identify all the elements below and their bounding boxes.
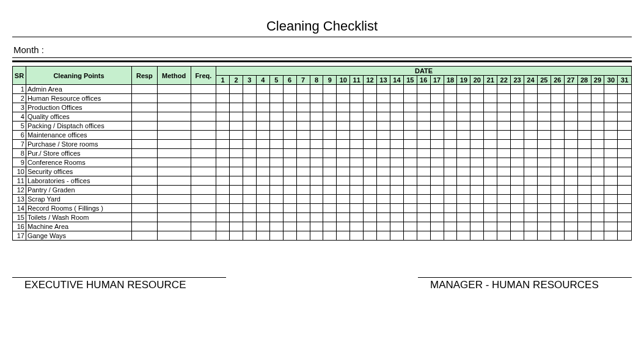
- cell-day: [323, 195, 337, 204]
- cell-day: [256, 213, 269, 222]
- cell-day: [296, 149, 310, 158]
- cell-day: [216, 158, 230, 167]
- cell-day: [256, 103, 269, 112]
- cell-day: [511, 140, 524, 149]
- cell-day: [604, 131, 618, 140]
- cell-day: [511, 85, 524, 94]
- header-day-18: 18: [444, 76, 457, 85]
- cell-day: [323, 167, 337, 176]
- header-day-19: 19: [457, 76, 470, 85]
- cell-freq: [191, 158, 216, 167]
- cell-day: [497, 176, 511, 186]
- cell-day: [256, 167, 269, 176]
- cell-method: [157, 85, 191, 94]
- header-day-12: 12: [364, 76, 377, 85]
- cell-day: [403, 94, 417, 103]
- cell-day: [390, 85, 403, 94]
- cell-day: [403, 103, 417, 112]
- cell-day: [323, 158, 337, 167]
- cell-day: [350, 195, 364, 204]
- cell-day: [216, 103, 230, 112]
- cell-day: [256, 204, 269, 213]
- table-row: 1Admin Area: [13, 85, 632, 94]
- cell-day: [511, 167, 524, 176]
- divider: [12, 60, 632, 62]
- cell-day: [337, 85, 350, 94]
- cell-day: [269, 176, 283, 186]
- cell-day: [577, 158, 591, 167]
- cell-day: [457, 195, 470, 204]
- table-row: 8Pur./ Store offices: [13, 149, 632, 158]
- cell-day: [470, 204, 484, 213]
- cell-day: [377, 94, 390, 103]
- cell-day: [470, 94, 484, 103]
- cell-day: [256, 158, 269, 167]
- cell-day: [511, 195, 524, 204]
- cell-day: [390, 140, 403, 149]
- cell-day: [390, 222, 403, 231]
- cell-day: [390, 131, 403, 140]
- cell-day: [403, 121, 417, 131]
- cell-day: [364, 204, 377, 213]
- cell-day: [337, 131, 350, 140]
- header-day-1: 1: [216, 76, 230, 85]
- table-row: 14Record Rooms ( Fillings ): [13, 204, 632, 213]
- cell-day: [269, 222, 283, 231]
- cell-day: [551, 131, 564, 140]
- header-cleaning-points: Cleaning Points: [26, 67, 131, 85]
- cell-freq: [191, 121, 216, 131]
- table-row: 15Toilets / Wash Room: [13, 213, 632, 222]
- cell-day: [591, 222, 604, 231]
- cell-day: [269, 186, 283, 195]
- cell-day: [618, 213, 632, 222]
- header-day-3: 3: [243, 76, 256, 85]
- cell-day: [403, 204, 417, 213]
- table-row: 6Maintenance offices: [13, 131, 632, 140]
- cell-day: [604, 195, 618, 204]
- cell-day: [337, 149, 350, 158]
- cell-day: [430, 167, 444, 176]
- cell-day: [524, 140, 538, 149]
- cell-day: [604, 222, 618, 231]
- signature-left: EXECUTIVE HUMAN RESOURCE: [12, 277, 226, 291]
- cell-method: [157, 176, 191, 186]
- cell-day: [497, 186, 511, 195]
- cell-day: [618, 94, 632, 103]
- cell-day: [457, 85, 470, 94]
- cell-day: [524, 131, 538, 140]
- cell-day: [310, 176, 323, 186]
- cell-resp: [132, 131, 158, 140]
- cell-day: [511, 231, 524, 241]
- cell-day: [337, 176, 350, 186]
- cell-day: [577, 222, 591, 231]
- cell-day: [444, 186, 457, 195]
- cell-day: [350, 222, 364, 231]
- cell-day: [564, 112, 577, 121]
- cell-day: [350, 121, 364, 131]
- cell-method: [157, 149, 191, 158]
- cell-day: [390, 149, 403, 158]
- cell-day: [484, 149, 497, 158]
- cell-day: [457, 204, 470, 213]
- cell-cleaning-point: Conference Rooms: [26, 158, 131, 167]
- cell-day: [390, 186, 403, 195]
- cell-day: [323, 222, 337, 231]
- cell-day: [230, 213, 243, 222]
- cell-day: [403, 85, 417, 94]
- cell-cleaning-point: Pantry / Graden: [26, 186, 131, 195]
- cell-freq: [191, 186, 216, 195]
- cell-day: [243, 186, 256, 195]
- cell-day: [283, 131, 296, 140]
- cell-day: [283, 85, 296, 94]
- cell-day: [591, 140, 604, 149]
- table-row: 16Machine Area: [13, 222, 632, 231]
- cell-day: [323, 103, 337, 112]
- cell-resp: [132, 176, 158, 186]
- header-day-16: 16: [417, 76, 430, 85]
- cell-day: [296, 186, 310, 195]
- cell-day: [430, 158, 444, 167]
- cell-day: [457, 103, 470, 112]
- cell-day: [511, 158, 524, 167]
- cell-freq: [191, 85, 216, 94]
- cell-day: [470, 158, 484, 167]
